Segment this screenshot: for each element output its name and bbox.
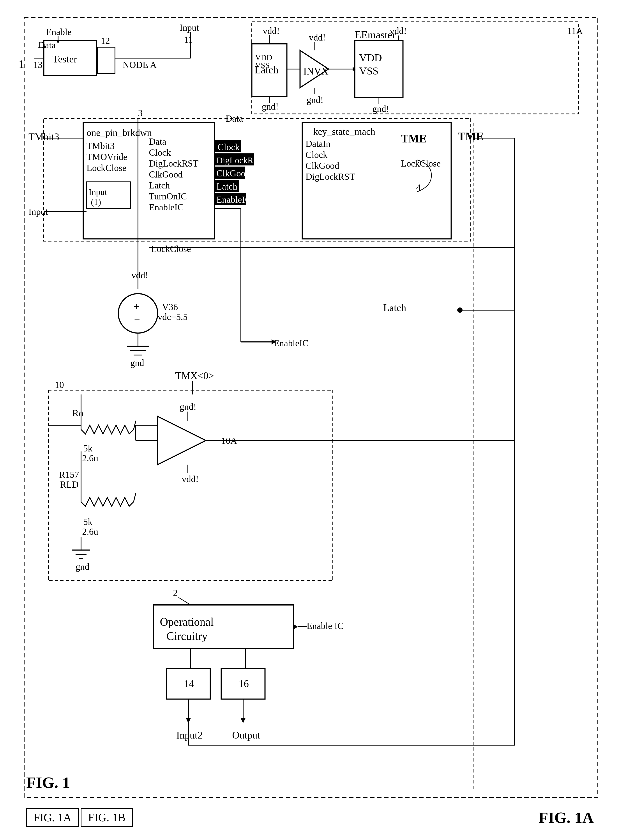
vdd-latch: VDD (255, 53, 272, 62)
enableIC-op-label: Enable IC (307, 621, 344, 631)
vdd-voltage-label: vdd! (131, 270, 148, 280)
clkGood-bus-label: ClkGood (217, 168, 250, 178)
vss-eemaster: VSS (359, 65, 378, 77)
input-paren-label: (1) (91, 197, 101, 207)
rld-label: RLD (60, 480, 78, 490)
ref12-label: 12 (101, 36, 110, 46)
digLockRST-right-label: DigLockRST (149, 158, 199, 169)
turnOnIC-label: TurnOnIC (149, 191, 187, 201)
lockClose-left-label: LockClose (86, 163, 126, 173)
enable-label: Enable (46, 27, 72, 37)
tmbit3-label: TMbit3 (86, 141, 114, 151)
key-state-mach-label: key_state_mach (313, 126, 375, 137)
clock-bus-label: Clock (218, 142, 239, 152)
gnd-r157-label: gnd (75, 562, 89, 572)
data-connector-label: Data (226, 113, 243, 124)
clock-right-label: Clock (149, 148, 171, 158)
digLockRST-bus-label: DigLockRST (217, 155, 264, 165)
ref1-label: 1 (19, 58, 24, 70)
lockClose-bottom-label: LockClose (151, 244, 191, 254)
invx-label: INVX (303, 66, 328, 77)
res2-val2-label: 2.6u (82, 526, 98, 537)
latch-right-label: Latch (383, 302, 406, 314)
ref14-label: 14 (184, 678, 194, 689)
latch-right-inner-label: Latch (149, 180, 170, 190)
latch-bus-label: Latch (217, 181, 238, 192)
vdd-eemaster-top: vdd! (390, 26, 407, 36)
vdc-label: vdc=5.5 (158, 312, 188, 322)
vdd-invx: vdd! (309, 32, 326, 42)
svg-rect-0 (0, 0, 620, 840)
node-a-label: NODE A (123, 60, 157, 70)
op-circ-label1: Operational (160, 615, 214, 628)
clkGood-ksm-label: ClkGood (305, 161, 339, 171)
vdd-top-left: vdd! (263, 26, 280, 36)
v36-label: V36 (162, 302, 178, 312)
ref16-label: 16 (239, 678, 249, 689)
r157-label: R157 (59, 470, 79, 480)
fig-1b-button[interactable]: FIG. 1B (81, 808, 132, 827)
data-label-top: Data (38, 40, 56, 50)
clock-ksm-label: Clock (305, 150, 327, 160)
eemaster-label: EEmaster (355, 29, 396, 41)
one-pin-label: one_pin_brkdwn (86, 127, 152, 138)
enableIC-right-label: EnableIC (149, 202, 184, 213)
tmbit3-outer-label: TMbit3 (29, 131, 59, 142)
vdd-10a-label: vdd! (182, 474, 199, 484)
vdd-eemaster: VDD (359, 52, 382, 63)
ref10-label: 10 (55, 380, 64, 390)
fig-1a-button[interactable]: FIG. 1A (26, 808, 78, 827)
output-label: Output (232, 730, 260, 741)
clkGood-right-label: ClkGood (149, 169, 183, 179)
fig-1a-bottom-label: FIG. 1A (539, 809, 594, 827)
enableIC-bus-label: EnableIC (217, 195, 251, 205)
tmoVride-label: TMOVride (86, 152, 127, 162)
plus-sign: + (134, 301, 140, 312)
dataIn-label: DataIn (305, 139, 331, 149)
ref11a-label: 11A (567, 26, 583, 36)
input-top-label: Input (180, 23, 199, 33)
ref13-label: 13 (33, 60, 42, 70)
res1-val2-label: 2.6u (82, 453, 98, 463)
op-circ-label2: Circuitry (166, 630, 208, 642)
gnd-10a-label: gnd! (180, 402, 196, 412)
tmx-label: TMX<0> (175, 370, 214, 381)
res2-val-label: 5k (83, 517, 92, 527)
ref3-label: 3 (138, 108, 143, 118)
gnd-latch: gnd! (262, 101, 278, 112)
gnd-eemaster: gnd! (372, 104, 389, 114)
ref11-label: 11 (184, 35, 193, 45)
tme-outer-label: TME (458, 130, 483, 143)
lockClose-ksm-label: LockClose (401, 158, 441, 169)
digLockRST-ksm-label: DigLockRST (305, 172, 355, 182)
gnd-voltage-label: gnd (130, 358, 144, 368)
minus-sign: − (134, 314, 140, 326)
tester-label: Tester (53, 53, 77, 65)
ref2-label: 2 (173, 588, 178, 598)
res1-val-label: 5k (83, 443, 92, 454)
input-sub-label: Input (89, 187, 107, 197)
tme-ksm-label: TME (401, 133, 427, 145)
data-right-label: Data (149, 137, 166, 146)
fig-1-label: FIG. 1 (26, 774, 70, 792)
ro-label: Ro (72, 408, 83, 419)
vss-latch: VSS (255, 61, 269, 70)
input2-label: Input2 (176, 730, 203, 741)
enableIC-arrow-label: EnableIC (274, 338, 308, 348)
gnd-invx: gnd! (307, 95, 324, 105)
